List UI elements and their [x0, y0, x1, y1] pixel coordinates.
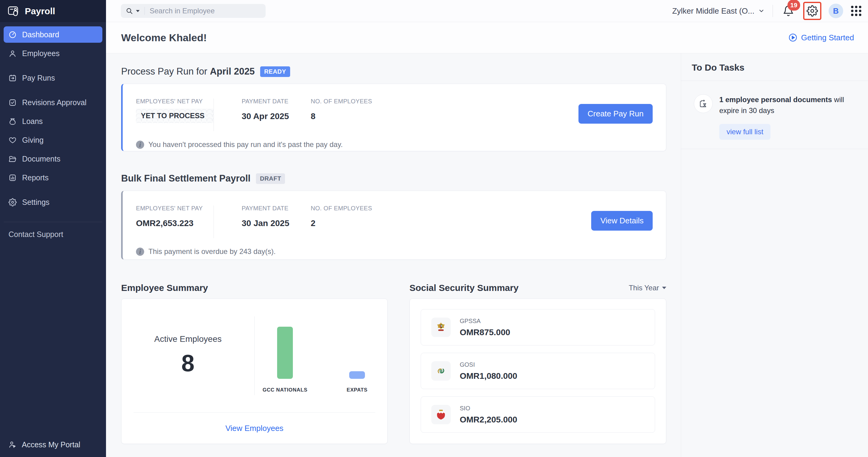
global-search[interactable] [121, 4, 266, 18]
settlement-stats: EMPLOYEES' NET PAY OMR2,653.223 PAYMENT … [136, 205, 666, 238]
active-employees-stat: Active Employees 8 [121, 334, 254, 377]
status-badge-draft: DRAFT [256, 173, 285, 184]
sidebar-item-settings[interactable]: Settings [4, 194, 102, 210]
bar-chart-icon [8, 174, 17, 182]
getting-started-label: Getting Started [801, 33, 854, 42]
annotation-highlight-box [803, 2, 822, 20]
stat-divider [214, 98, 214, 131]
employee-summary-section: Employee Summary Active Employees 8 [121, 283, 388, 444]
search-icon [126, 7, 133, 15]
yet-to-process-chip: YET TO PROCESS [136, 109, 214, 123]
todo-panel: To Do Tasks 1 employee personal document… [681, 53, 868, 457]
sidebar-item-revisions-approval[interactable]: Revisions Approval [4, 94, 102, 111]
view-full-list-button[interactable]: view full list [719, 124, 771, 140]
sidebar-item-label: Giving [22, 136, 43, 145]
getting-started-link[interactable]: Getting Started [788, 33, 854, 42]
settlement-title: Bulk Final Settlement Payroll [121, 173, 250, 184]
stat-net-pay: EMPLOYEES' NET PAY OMR2,653.223 [136, 205, 214, 228]
employee-bar-chart: GCC NATIONALS EXPATS [255, 318, 388, 394]
social-security-row-gpssa[interactable]: GPSSA OMR875.000 [421, 309, 655, 345]
uae-emblem-icon [431, 318, 451, 337]
payroll-logo-icon [7, 5, 20, 18]
avatar[interactable]: B [829, 4, 843, 18]
topbar-divider [773, 5, 773, 17]
gosi-logo-icon [431, 361, 451, 381]
money-bag-icon [8, 117, 17, 125]
check-square-icon [8, 98, 17, 107]
bar-expats: EXPATS [334, 371, 380, 394]
info-icon: i [136, 141, 144, 149]
chevron-down-icon [758, 7, 765, 14]
sidebar-item-label: Employees [22, 49, 60, 58]
sidebar-item-label: Settings [22, 198, 50, 207]
settlement-section-header: Bulk Final Settlement Payroll DRAFT [121, 173, 666, 184]
create-pay-run-button[interactable]: Create Pay Run [579, 104, 653, 124]
notification-badge: 19 [787, 0, 800, 10]
stat-net-pay: EMPLOYEES' NET PAY YET TO PROCESS [136, 98, 214, 123]
sidebar-item-pay-runs[interactable]: Pay Runs [4, 70, 102, 86]
todo-task-text: 1 employee personal documents will expir… [719, 94, 861, 116]
notifications-button[interactable]: 19 [781, 3, 796, 19]
social-security-row-sio[interactable]: SIO OMR2,205.000 [421, 396, 655, 433]
user-icon [8, 49, 17, 58]
sidebar-item-label: Pay Runs [22, 74, 55, 82]
pay-run-card: EMPLOYEES' NET PAY YET TO PROCESS PAYMEN… [121, 84, 666, 151]
bar-gcc-nationals: GCC NATIONALS [262, 327, 308, 394]
employee-summary-title: Employee Summary [121, 283, 208, 293]
heart-icon [8, 136, 17, 144]
settlement-card: EMPLOYEES' NET PAY OMR2,653.223 PAYMENT … [121, 191, 666, 260]
social-security-filter-dropdown[interactable]: This Year [629, 284, 666, 292]
user-cursor-icon [8, 440, 17, 449]
info-icon: i [136, 248, 144, 256]
dashboard-icon [8, 31, 17, 39]
stat-payment-date: PAYMENT DATE 30 Apr 2025 [242, 98, 311, 121]
org-name: Zylker Middle East (O... [672, 6, 754, 16]
main-area: Zylker Middle East (O... 19 [106, 0, 868, 457]
view-details-button[interactable]: View Details [591, 211, 653, 231]
sidebar-item-dashboard[interactable]: Dashboard [4, 26, 102, 43]
todo-divider [681, 81, 868, 81]
sidebar-item-label: Dashboard [22, 30, 59, 39]
document-expiry-icon [694, 94, 713, 113]
active-employees-count: 8 [121, 349, 254, 377]
sidebar-item-label: Revisions Approval [22, 98, 87, 107]
sidebar: Payroll Dashboard Employees [0, 0, 106, 457]
sidebar-item-label: Loans [22, 117, 43, 126]
sidebar-item-employees[interactable]: Employees [4, 45, 102, 61]
payroll-app: Payroll Dashboard Employees [0, 0, 868, 457]
social-security-section: Social Security Summary This Year [409, 283, 666, 444]
folder-icon [8, 155, 17, 163]
sidebar-item-label: Reports [22, 173, 49, 182]
social-security-row-gosi[interactable]: GOSI OMR1,080.000 [421, 353, 655, 389]
org-selector[interactable]: Zylker Middle East (O... [672, 6, 765, 16]
settlement-info: i This payment is overdue by 243 day(s). [136, 247, 666, 256]
todo-bottom-divider [681, 149, 868, 149]
play-circle-icon [788, 33, 798, 42]
todo-title: To Do Tasks [692, 62, 868, 73]
social-security-card: GPSSA OMR875.000 [409, 298, 666, 444]
search-input[interactable] [150, 7, 261, 15]
view-employees-link[interactable]: View Employees [121, 413, 388, 444]
topbar: Zylker Middle East (O... 19 [106, 0, 868, 22]
page-title: Welcome Khaled! [121, 32, 207, 44]
pay-run-section-header: Process Pay Run for April 2025 READY [121, 66, 666, 77]
contact-support-link[interactable]: Contact Support [4, 222, 102, 239]
stat-employee-count: NO. OF EMPLOYEES 8 [311, 98, 372, 121]
settings-button[interactable] [804, 2, 821, 20]
topbar-right-cluster: Zylker Middle East (O... 19 [672, 2, 861, 20]
access-my-portal-link[interactable]: Access My Portal [0, 440, 106, 457]
sidebar-item-giving[interactable]: Giving [4, 132, 102, 148]
sidebar-item-reports[interactable]: Reports [4, 169, 102, 186]
pay-run-info: i You haven't processed this pay run and… [136, 140, 666, 149]
stat-divider [214, 205, 214, 238]
welcome-band: Welcome Khaled! Getting Started [106, 22, 868, 53]
bahrain-emblem-icon [431, 405, 451, 424]
caret-down-icon [662, 287, 666, 289]
dashboard-content: Process Pay Run for April 2025 READY EMP… [106, 53, 868, 457]
search-scope-caret-icon[interactable] [136, 10, 140, 12]
sidebar-item-documents[interactable]: Documents [4, 151, 102, 167]
app-title: Payroll [25, 6, 55, 17]
main-column: Process Pay Run for April 2025 READY EMP… [106, 53, 681, 457]
apps-grid-icon[interactable] [851, 6, 861, 16]
sidebar-item-loans[interactable]: Loans [4, 113, 102, 130]
